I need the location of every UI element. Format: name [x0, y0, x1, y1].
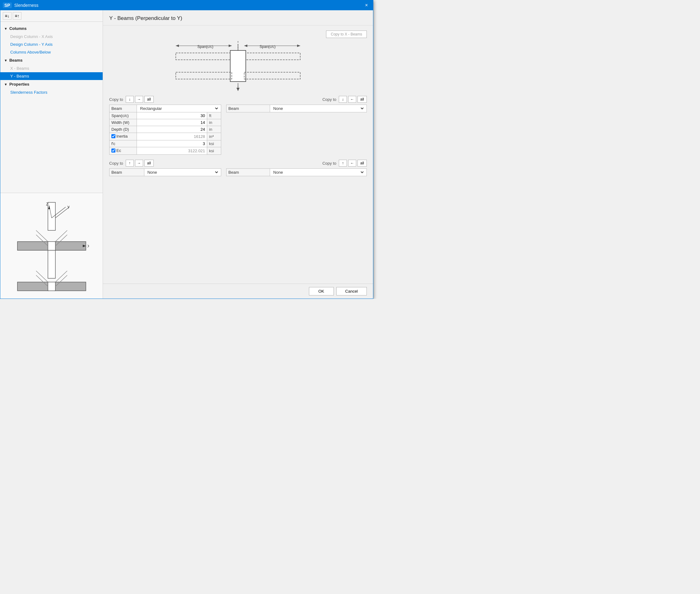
beams-section-header[interactable]: ▼ Beams [0, 56, 103, 64]
bottom-left-right-btn[interactable]: → [135, 160, 143, 167]
sidebar-nav: ▼ Columns Design Column - X Axis Design … [0, 22, 103, 193]
br-beam-label: Beam [226, 169, 270, 176]
top-right-all-btn[interactable]: all [357, 96, 367, 103]
svg-line-16 [36, 271, 48, 282]
top-right-left-btn[interactable]: ← [348, 96, 356, 103]
panel-title: Y - Beams (Perpendicular to Y) [109, 15, 367, 22]
tr-beam-type-cell[interactable]: None Rectangular T-Beam [270, 105, 367, 112]
columns-chevron: ▼ [4, 27, 7, 31]
bottom-left-all-btn[interactable]: all [144, 160, 154, 167]
span-input[interactable] [139, 113, 205, 118]
width-value[interactable] [137, 119, 207, 126]
bottom-right-up-btn[interactable]: ↑ [339, 160, 347, 167]
beam-type-cell[interactable]: Rectangular T-Beam None [137, 105, 221, 112]
svg-text:Span(c/c): Span(c/c) [259, 44, 275, 49]
sidebar-item-columns-above[interactable]: Columns Above/Below [0, 48, 103, 56]
properties-section-header[interactable]: ▼ Properties [0, 80, 103, 89]
svg-rect-12 [48, 250, 56, 278]
svg-line-22 [56, 230, 67, 241]
top-right-quadrant: Copy to ↓ ← all Beam None [226, 96, 367, 155]
inertia-value: 16128 [137, 133, 207, 140]
width-label: Width (W) [109, 119, 137, 126]
bottom-right-all-btn[interactable]: all [357, 160, 367, 167]
top-left-down-btn[interactable]: ↓ [126, 96, 134, 103]
svg-marker-30 [244, 44, 247, 47]
svg-text:Y: Y [67, 205, 70, 209]
br-beam-type-select[interactable]: None Rectangular T-Beam [272, 170, 364, 175]
span-label: Span(c/c) [109, 112, 137, 119]
close-button[interactable]: × [362, 1, 371, 9]
svg-rect-8 [55, 241, 86, 250]
sidebar-item-design-x[interactable]: Design Column - X Axis [0, 33, 103, 40]
tr-beam-label: Beam [226, 105, 270, 112]
right-panel: Y - Beams (Perpendicular to Y) Copy to X… [103, 10, 373, 299]
table-row: Inertia 16128 in⁴ [109, 133, 221, 140]
cancel-button[interactable]: Cancel [336, 287, 367, 295]
inertia-checkbox[interactable] [111, 134, 115, 138]
depth-input[interactable] [139, 127, 205, 132]
ok-button[interactable]: OK [309, 287, 334, 295]
sidebar-item-x-beams[interactable]: X - Beams [0, 64, 103, 72]
svg-rect-14 [55, 282, 86, 291]
top-left-right-btn[interactable]: → [135, 96, 143, 103]
top-right-down-btn[interactable]: ↓ [339, 96, 347, 103]
bottom-right-left-btn[interactable]: ← [348, 160, 356, 167]
main-content: ≡↓ ≡↑ ▼ Columns Design Column - X Axis D… [0, 10, 373, 299]
depth-unit: in [207, 126, 221, 133]
bottom-left-up-btn[interactable]: ↑ [126, 160, 134, 167]
svg-rect-13 [18, 282, 48, 291]
bottom-right-quadrant: Copy to ↑ ← all Beam None [226, 160, 367, 176]
top-left-copy-row: Copy to ↓ → all [109, 96, 221, 103]
fc-label: f'c [109, 140, 137, 147]
top-left-all-btn[interactable]: all [144, 96, 154, 103]
beam-diagram: Span(c/c) Span(c/c) [157, 41, 319, 91]
sidebar: ≡↓ ≡↑ ▼ Columns Design Column - X Axis D… [0, 10, 103, 299]
sidebar-item-y-beams[interactable]: Y - Beams [0, 72, 103, 80]
svg-rect-35 [230, 51, 246, 81]
columns-section-header[interactable]: ▼ Columns [0, 24, 103, 33]
beam-type-label: Beam [109, 105, 137, 112]
beam-type-select[interactable]: Rectangular T-Beam None [139, 106, 219, 111]
svg-marker-31 [297, 44, 300, 47]
bl-beam-type-select[interactable]: None Rectangular T-Beam [146, 170, 219, 175]
3d-diagram: Y Z X [0, 193, 103, 299]
depth-label: Depth (D) [109, 126, 137, 133]
svg-marker-28 [229, 44, 232, 47]
top-left-copy-label: Copy to [109, 97, 123, 102]
bottom-left-quadrant: Copy to ↑ → all Beam None [109, 160, 221, 176]
width-unit: in [207, 119, 221, 126]
span-unit: ft [207, 112, 221, 119]
table-row: Beam None Rectangular T-Beam [226, 169, 367, 176]
top-right-table: Beam None Rectangular T-Beam [226, 105, 367, 112]
span-value[interactable] [137, 112, 207, 119]
table-row: Span(c/c) ft [109, 112, 221, 119]
width-input[interactable] [139, 120, 205, 125]
ec-checkbox[interactable] [111, 148, 115, 153]
svg-text:Z: Z [46, 202, 48, 206]
copy-to-x-beams-button[interactable]: Copy to X - Beams [326, 31, 367, 38]
br-beam-type-cell[interactable]: None Rectangular T-Beam [270, 169, 367, 176]
top-right-copy-label: Copy to [322, 97, 336, 102]
columns-section-label: Columns [9, 26, 27, 31]
tr-beam-type-select[interactable]: None Rectangular T-Beam [272, 106, 364, 111]
app-icon: SP [3, 2, 12, 8]
svg-rect-36 [176, 72, 232, 79]
depth-value[interactable] [137, 126, 207, 133]
inertia-label: Inertia [109, 133, 137, 140]
window-title: Slenderness [14, 3, 362, 8]
fc-input[interactable] [139, 141, 205, 146]
sort-up-button[interactable]: ≡↑ [13, 12, 22, 20]
sidebar-item-slenderness-factors[interactable]: Slenderness Factors [0, 89, 103, 96]
bl-beam-type-cell[interactable]: None Rectangular T-Beam [144, 169, 221, 176]
svg-line-18 [56, 271, 67, 282]
sort-down-button[interactable]: ≡↓ [3, 12, 11, 20]
bottom-left-copy-row: Copy to ↑ → all [109, 160, 221, 167]
sidebar-item-design-y[interactable]: Design Column - Y Axis [0, 40, 103, 48]
fc-value[interactable] [137, 140, 207, 147]
3d-diagram-svg: Y Z X [14, 199, 89, 293]
properties-chevron: ▼ [4, 82, 7, 86]
bottom-right-copy-label: Copy to [322, 161, 336, 166]
top-right-copy-row: Copy to ↓ ← all [226, 96, 367, 103]
table-row: Depth (D) in [109, 126, 221, 133]
ec-value: 3122.021 [137, 147, 207, 155]
